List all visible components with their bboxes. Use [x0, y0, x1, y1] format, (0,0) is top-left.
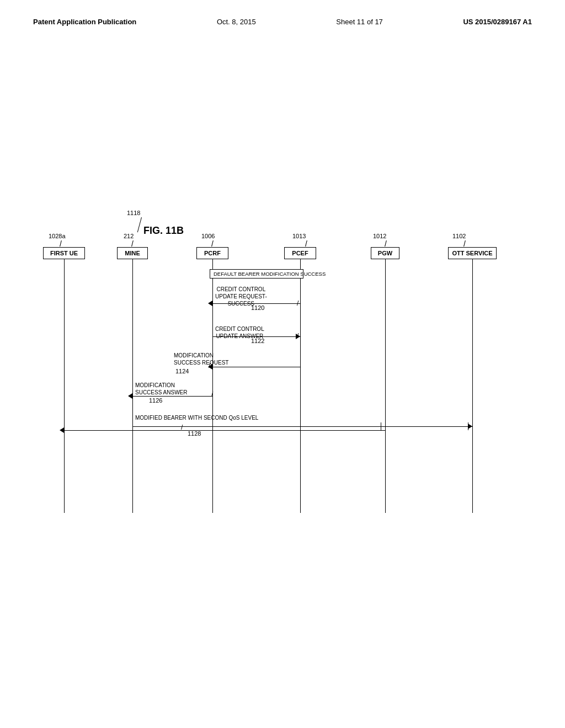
ref-212: 212: [124, 233, 134, 239]
lifeline-mine: [132, 259, 133, 513]
ref-1013: 1013: [292, 233, 306, 239]
date-label: Oct. 8, 2015: [217, 18, 256, 26]
slash-1124: /: [209, 362, 210, 370]
entity-ott-service: OTT SERVICE: [448, 247, 497, 259]
patent-number: US 2015/0289167 A1: [463, 18, 532, 26]
arrow-msr-line: [212, 367, 300, 367]
ref-1102: 1102: [452, 233, 466, 239]
arrow-mb-right-line: [132, 426, 472, 427]
entity-pcef: PCEF: [284, 247, 316, 259]
arrow-msa-head: [128, 393, 132, 399]
page-header: Patent Application Publication Oct. 8, 2…: [0, 0, 565, 26]
step-1126: 1126: [149, 397, 162, 404]
msg-modified-bearer-label: MODIFIED BEARER WITH SECOND QoS LEVEL: [135, 415, 258, 421]
arrow-mb-left-line: [64, 430, 385, 431]
publication-label: Patent Application Publication: [33, 18, 136, 26]
step-1120: 1120: [251, 304, 264, 311]
diagram-area: FIG. 11B 1118 1028a 212 1006 1013 1012 1…: [33, 210, 530, 540]
slash-1122: /: [297, 332, 299, 340]
sheet-label: Sheet 11 of 17: [336, 18, 383, 26]
entity-first-ue: FIRST UE: [43, 247, 85, 259]
lifeline-ott-service: [472, 259, 473, 513]
step-1122: 1122: [251, 338, 264, 344]
ref-1028a: 1028a: [49, 233, 66, 239]
ott-tick: [468, 422, 468, 430]
msg-modification-success-req: MODIFICATIONSUCCESS REQUEST: [174, 352, 214, 366]
lifeline-pcef: [300, 259, 301, 513]
msg-modification-success-ans: MODIFICATIONSUCCESS ANSWER: [135, 382, 187, 396]
slash-1128: /: [181, 424, 183, 431]
ref-1006: 1006: [201, 233, 215, 239]
entity-mine: MINE: [117, 247, 148, 259]
slash-1126: /: [211, 390, 213, 398]
entity-pgw: PGW: [371, 247, 399, 259]
lifeline-first-ue: [64, 259, 65, 513]
page: Patent Application Publication Oct. 8, 2…: [0, 0, 565, 728]
pgw-tick-right: [381, 422, 381, 430]
lifeline-pcrf: [212, 259, 213, 513]
arrow-msa-line: [132, 396, 212, 397]
slash-1120: /: [297, 299, 299, 307]
arrow-mb-right-head: [468, 424, 472, 429]
entity-pcrf: PCRF: [196, 247, 228, 259]
lifeline-pgw: [385, 259, 386, 513]
ref-1012: 1012: [373, 233, 386, 239]
step-1124: 1124: [175, 368, 189, 374]
msg-default-bearer: DEFAULT BEARER MODIFICATION SUCCESS: [210, 269, 303, 279]
arrow-ccur-head: [208, 301, 212, 306]
ref-1118: 1118: [127, 210, 140, 216]
step-1128: 1128: [188, 430, 201, 437]
arrow-mb-left-head: [60, 427, 64, 433]
